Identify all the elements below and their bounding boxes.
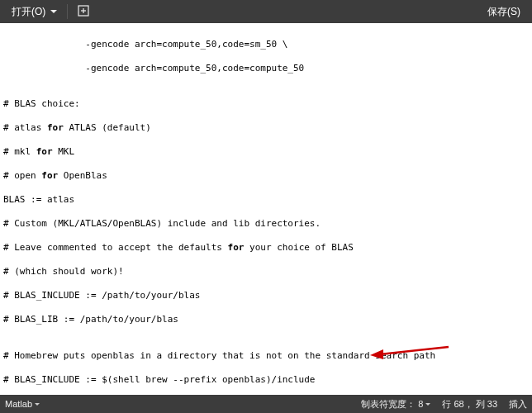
code-line: # BLAS_INCLUDE := /path/to/your/blas <box>3 290 532 302</box>
separator <box>67 4 68 19</box>
code-line: -gencode arch=compute_50,code=compute_50 <box>3 63 532 75</box>
toolbar: 打开(O) 保存(S) <box>0 0 532 23</box>
code-line: # Custom (MKL/ATLAS/OpenBLAS) include an… <box>3 218 532 230</box>
language-label: Matlab <box>5 399 32 409</box>
chevron-down-icon <box>425 403 430 406</box>
insert-mode[interactable]: 插入 <box>509 398 527 411</box>
code-line: # BLAS_INCLUDE := $(shell brew --prefix … <box>3 374 532 387</box>
code-line: # Leave commented to accept the defaults… <box>3 242 532 254</box>
open-button[interactable]: 打开(O) <box>5 2 64 21</box>
col-label: 列 33 <box>476 398 497 411</box>
chevron-down-icon <box>50 10 57 13</box>
chevron-down-icon <box>35 403 40 406</box>
code-line: # (which should work)! <box>3 266 532 278</box>
tab-width-selector[interactable]: 制表符宽度： 8 <box>361 398 430 411</box>
code-line: # BLAS_LIB := /path/to/your/blas <box>3 314 532 326</box>
code-line: BLAS := atlas <box>3 194 532 206</box>
new-tab-button[interactable] <box>71 2 96 21</box>
code-line: # open for OpenBlas <box>3 170 532 183</box>
save-button[interactable]: 保存(S) <box>481 2 527 21</box>
status-bar: Matlab 制表符宽度： 8 行 68， 列 33 插入 <box>0 395 532 413</box>
tab-width-value: 8 <box>418 399 423 409</box>
editor-area[interactable]: -gencode arch=compute_50,code=sm_50 \ -g… <box>0 23 532 393</box>
new-tab-icon <box>78 5 89 19</box>
row-label: 行 68， <box>442 398 473 411</box>
code-line: # BLAS choice: <box>3 98 532 111</box>
code-line: # Homebrew puts openblas in a directory … <box>3 350 532 363</box>
code-line: -gencode arch=compute_50,code=sm_50 \ <box>3 39 532 51</box>
code-line: # atlas for ATLAS (default) <box>3 122 532 135</box>
save-label: 保存(S) <box>487 5 520 19</box>
mode-label: 插入 <box>509 398 527 411</box>
tab-width-label: 制表符宽度： <box>361 398 416 411</box>
cursor-position[interactable]: 行 68， 列 33 <box>442 398 497 411</box>
code-line: # mkl for MKL <box>3 146 532 159</box>
open-label: 打开(O) <box>12 5 45 19</box>
language-selector[interactable]: Matlab <box>5 399 40 409</box>
